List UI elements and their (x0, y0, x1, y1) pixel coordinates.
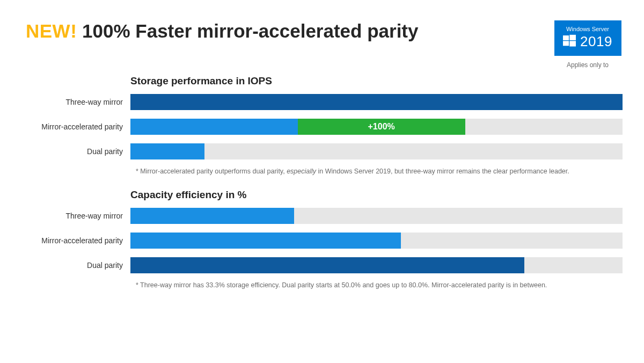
bar-label: Three-way mirror (26, 98, 130, 106)
chart-title: Storage performance in IOPS (130, 75, 623, 87)
title-wrap: NEW! 100% Faster mirror-accelerated pari… (26, 20, 553, 42)
svg-rect-0 (563, 35, 569, 40)
title-text: 100% Faster mirror-accelerated parity (82, 20, 418, 41)
badge-row: 2019 (563, 33, 612, 50)
bar-label: Dual parity (26, 261, 130, 270)
chart-title: Capacity efficiency in % (130, 189, 623, 201)
bar-segment (130, 94, 623, 110)
bar-label: Mirror-accelerated parity (26, 236, 130, 245)
bar-label: Mirror-accelerated parity (26, 122, 130, 131)
footnote-text: * Three-way mirror has 33.3% storage eff… (136, 281, 547, 289)
bar-label: Dual parity (26, 147, 130, 156)
version-badge-column: Windows Server 2019 Applies only to (553, 20, 623, 69)
chart-section: Storage performance in IOPSThree-way mir… (26, 75, 623, 175)
svg-rect-3 (569, 41, 576, 46)
bar-track (130, 257, 623, 273)
bar-row: Mirror-accelerated parity+100% (26, 118, 623, 135)
applies-only-to-label: Applies only to (567, 61, 609, 69)
header: NEW! 100% Faster mirror-accelerated pari… (26, 20, 623, 69)
bar-segment (130, 143, 204, 159)
bar-row: Dual parity (26, 143, 623, 160)
bar-segment-label: +100% (368, 122, 395, 132)
bar-segment (130, 119, 298, 135)
footnote-text: * Mirror-accelerated parity outperforms … (136, 168, 287, 175)
bar-track (130, 143, 623, 159)
bar-row: Three-way mirror (26, 93, 623, 111)
footnote-text: in Windows Server 2019, but three-way mi… (316, 168, 569, 175)
bar-track: +100% (130, 119, 623, 135)
slide-title: NEW! 100% Faster mirror-accelerated pari… (26, 20, 553, 42)
bar-track (130, 208, 623, 224)
bar-row: Three-way mirror (26, 207, 623, 224)
bar-segment: +100% (298, 119, 465, 135)
chart-footnote: * Three-way mirror has 33.3% storage eff… (136, 281, 623, 289)
new-badge-text: NEW! (26, 20, 77, 41)
chart-footnote: * Mirror-accelerated parity outperforms … (136, 168, 623, 175)
bar-track (130, 233, 623, 249)
bar-segment (130, 257, 524, 273)
svg-rect-1 (569, 34, 576, 40)
charts-container: Storage performance in IOPSThree-way mir… (26, 75, 623, 289)
chart-section: Capacity efficiency in %Three-way mirror… (26, 189, 623, 289)
windows-logo-icon (563, 34, 576, 49)
bar-segment (130, 208, 294, 224)
bar-segment (130, 233, 401, 249)
bar-row: Dual parity (26, 257, 623, 274)
badge-year: 2019 (580, 33, 612, 50)
footnote-emphasis: especially (287, 168, 316, 175)
badge-product-name: Windows Server (566, 26, 609, 32)
slide: NEW! 100% Faster mirror-accelerated pari… (0, 0, 644, 363)
bar-label: Three-way mirror (26, 212, 130, 220)
svg-rect-2 (563, 41, 569, 46)
bar-track (130, 94, 623, 110)
bar-row: Mirror-accelerated parity (26, 232, 623, 249)
windows-server-badge: Windows Server 2019 (554, 20, 621, 56)
